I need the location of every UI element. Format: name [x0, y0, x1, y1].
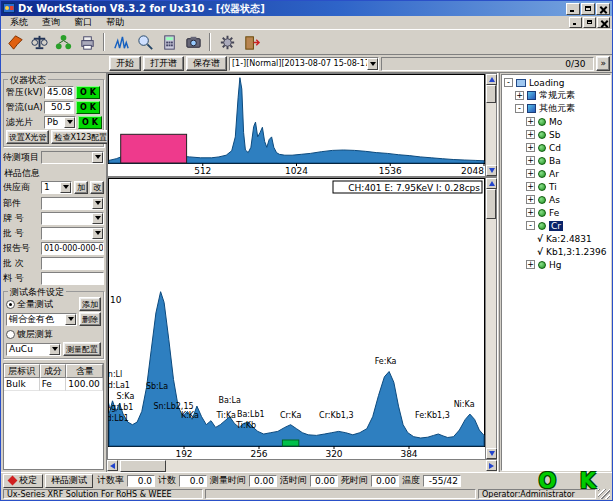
- spectrum-select-combo[interactable]: [1-][Normal][2013-08-07 15-08-17]: [229, 57, 379, 71]
- tree-item-Ti[interactable]: +Ti: [502, 180, 610, 193]
- close-button[interactable]: [596, 3, 610, 15]
- alloy-type-combo[interactable]: 铜合金有色: [6, 313, 77, 326]
- child-close-button[interactable]: [597, 17, 610, 28]
- tree-item-其他元素[interactable]: -其他元素: [502, 102, 610, 115]
- check-x123-config-button[interactable]: 检查X123配置: [51, 130, 110, 144]
- scroll-up-icon[interactable]: [486, 178, 497, 189]
- tree-item-Hg[interactable]: +Hg: [502, 258, 610, 271]
- chevron-down-icon[interactable]: [367, 58, 378, 70]
- tree-expander-icon[interactable]: +: [526, 156, 535, 165]
- chevron-down-icon[interactable]: [92, 152, 103, 163]
- child-restore-button[interactable]: [583, 17, 596, 28]
- full-test-radio[interactable]: [6, 300, 15, 309]
- tree-expander-icon[interactable]: +: [526, 117, 535, 126]
- chevron-down-icon[interactable]: [60, 182, 71, 193]
- menu-item-2[interactable]: 窗口: [67, 17, 99, 27]
- chevron-down-icon[interactable]: [92, 213, 103, 224]
- balance-icon[interactable]: [28, 32, 50, 53]
- supplier-edit-button[interactable]: 改: [90, 181, 104, 194]
- spectrum-icon[interactable]: [110, 32, 132, 53]
- tree-item-Cr[interactable]: -Cr: [502, 219, 610, 232]
- tree-item-常规元素[interactable]: +常规元素: [502, 89, 610, 102]
- spectrum-combo-value: [1-][Normal][2013-08-07 15-08-17]: [230, 59, 367, 68]
- menu-item-1[interactable]: 查询: [35, 17, 67, 27]
- tab-calibrate[interactable]: 校定: [3, 474, 43, 488]
- maximize-button[interactable]: [581, 3, 595, 15]
- set-xray-tube-button[interactable]: 设置X光管: [6, 130, 49, 144]
- tree-item-As[interactable]: +As: [502, 193, 610, 206]
- tree-item-Sb[interactable]: +Sb: [502, 128, 610, 141]
- tree-item-Mo[interactable]: +Mo: [502, 115, 610, 128]
- scroll-right-icon[interactable]: [486, 460, 497, 471]
- measure-gun-icon[interactable]: [4, 32, 26, 53]
- tree-expander-icon[interactable]: -: [504, 78, 513, 87]
- tree-item-Loading[interactable]: -Loading: [502, 76, 610, 89]
- tree-expander-icon[interactable]: +: [515, 91, 524, 100]
- minimize-button[interactable]: [566, 3, 580, 15]
- start-button[interactable]: 开始: [109, 56, 141, 71]
- filter-combo[interactable]: Pb: [44, 116, 76, 129]
- tree-expander-icon[interactable]: -: [515, 104, 524, 113]
- tree-item-Ba[interactable]: +Ba: [502, 154, 610, 167]
- child-minimize-button[interactable]: [569, 17, 582, 28]
- zoom-icon[interactable]: [134, 32, 156, 53]
- report-no-input[interactable]: 010-000-000-000: [41, 242, 104, 255]
- table-row[interactable]: BulkFe100.00: [4, 378, 103, 391]
- chevron-down-icon[interactable]: [92, 228, 103, 239]
- printer-icon[interactable]: [76, 32, 98, 53]
- tree-expander-icon[interactable]: +: [526, 143, 535, 152]
- coating-type-combo[interactable]: AuCu: [6, 343, 61, 356]
- settings-icon[interactable]: [216, 32, 238, 53]
- save-spectrum-button[interactable]: 保存谱: [186, 56, 227, 71]
- tree-expander-icon[interactable]: +: [526, 169, 535, 178]
- overview-spectrum-chart[interactable]: 512102415362048: [107, 73, 497, 177]
- tree-expander-icon[interactable]: +: [526, 208, 535, 217]
- supplier-add-button[interactable]: 加: [74, 181, 88, 194]
- tree-item-Cd[interactable]: +Cd: [502, 141, 610, 154]
- detail-spectrum[interactable]: 19225632038410CH:401 E: 7.95KeV I: 0.28c…: [108, 178, 485, 459]
- open-spectrum-button[interactable]: 打开谱: [143, 56, 184, 71]
- scroll-down-icon[interactable]: [486, 448, 497, 459]
- chevron-down-icon[interactable]: [65, 314, 76, 325]
- exit-icon[interactable]: [240, 32, 262, 53]
- tree-expander-icon[interactable]: +: [526, 130, 535, 139]
- scroll-left-icon[interactable]: [107, 460, 118, 471]
- grade-combo[interactable]: [41, 212, 104, 225]
- lot-combo[interactable]: [41, 227, 104, 240]
- coating-test-radio[interactable]: [6, 330, 15, 339]
- tree-item-Ar[interactable]: +Ar: [502, 167, 610, 180]
- tree-item-Fe[interactable]: +Fe: [502, 206, 610, 219]
- measure-config-button[interactable]: 测量配置: [63, 342, 101, 356]
- grade-label: 牌 号: [3, 212, 39, 225]
- tree-expander-icon[interactable]: +: [526, 260, 535, 269]
- chevron-down-icon[interactable]: [64, 117, 75, 128]
- camera-icon[interactable]: [182, 32, 204, 53]
- scroll-up-icon[interactable]: [486, 74, 497, 85]
- tree-item-Kb1,3:1.2396[interactable]: √Kb1,3:1.2396: [502, 245, 610, 258]
- chart-hscroll[interactable]: [107, 460, 497, 472]
- chevron-down-icon[interactable]: [49, 344, 60, 355]
- delete-condition-button[interactable]: 删除: [79, 312, 101, 326]
- add-condition-button[interactable]: 添加: [79, 297, 101, 311]
- tree-expander-icon[interactable]: -: [526, 221, 535, 230]
- tree-expander-icon[interactable]: +: [526, 195, 535, 204]
- part-combo[interactable]: [41, 197, 104, 210]
- tab-sample-test[interactable]: 样品测试: [45, 474, 93, 488]
- batch-input[interactable]: [41, 257, 104, 270]
- menu-item-0[interactable]: 系统: [3, 17, 35, 27]
- supplier-combo[interactable]: 1: [41, 181, 72, 194]
- detail-spectrum-chart[interactable]: 19225632038410CH:401 E: 7.95KeV I: 0.28c…: [107, 177, 497, 460]
- detail-chart-vscroll[interactable]: [485, 178, 496, 459]
- tree-item-Ka:2.4831[interactable]: √Ka:2.4831: [502, 232, 610, 245]
- element-tree-icon[interactable]: [52, 32, 74, 53]
- calculator-icon[interactable]: [158, 32, 180, 53]
- toolbar-more-button[interactable]: »: [596, 56, 610, 71]
- scroll-down-icon[interactable]: [486, 165, 497, 176]
- overview-spectrum[interactable]: 512102415362048: [108, 74, 485, 176]
- pending-item-combo[interactable]: [41, 151, 104, 164]
- material-no-input[interactable]: [41, 272, 104, 285]
- chevron-down-icon[interactable]: [92, 198, 103, 209]
- overview-chart-vscroll[interactable]: [485, 74, 496, 176]
- menu-item-3[interactable]: 帮助: [99, 17, 131, 27]
- tree-expander-icon[interactable]: +: [526, 182, 535, 191]
